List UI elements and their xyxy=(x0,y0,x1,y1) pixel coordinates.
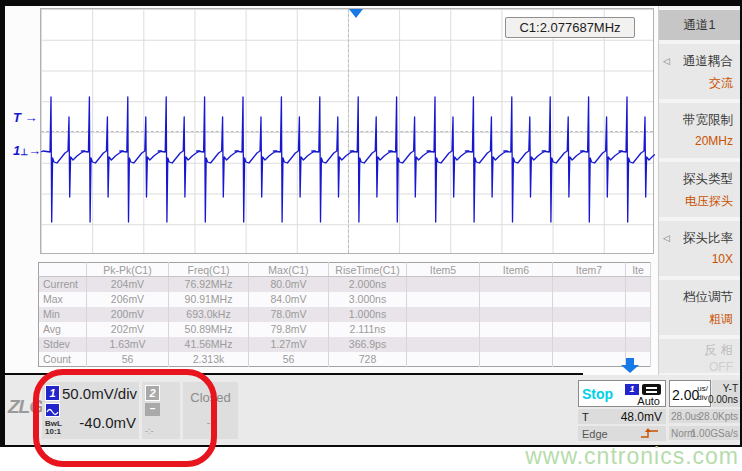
acquire-window-row: 28.0us 28.0Kpts xyxy=(669,409,740,423)
waveform-display: T → 1⊥→ C1:2.077687MHz Pk-Pk(C1) Freq(C1… xyxy=(5,6,658,375)
table-cell xyxy=(407,277,480,292)
timebase-scale-box: 2.00 us/ div xyxy=(669,380,711,407)
table-cell xyxy=(626,292,651,307)
row-label: Max xyxy=(39,292,87,307)
table-cell xyxy=(553,322,626,337)
timebase-value: 2.00 xyxy=(672,387,699,403)
trigger-block[interactable]: Stop 1 Auto T 48.0mV Edge xyxy=(578,380,666,442)
watermark: www.cntronics.com xyxy=(525,443,739,470)
table-cell xyxy=(480,292,553,307)
timebase-block[interactable]: 2.00 us/ div Y-T 0.00ns 28.0us 28.0Kpts … xyxy=(669,380,740,442)
table-cell xyxy=(480,337,553,352)
menu-sidebar: 通道1 ◁ 通道耦合 交流 带宽限制 20MHz 探头类型 电压探头 ◁ 探头比… xyxy=(658,6,740,375)
annotation-ellipse xyxy=(33,369,217,467)
trigger-sweep-icon xyxy=(642,384,661,395)
menu-item-value: 电压探头 xyxy=(659,193,740,210)
table-header-row: Pk-Pk(C1) Freq(C1) Max(C1) RiseTime(C1) … xyxy=(39,263,651,277)
menu-item-value: 10X xyxy=(659,252,740,266)
measurement-table: Pk-Pk(C1) Freq(C1) Max(C1) RiseTime(C1) … xyxy=(38,262,651,367)
menu-item-label: 探头比率 xyxy=(659,221,740,247)
scroll-arrow-head xyxy=(621,365,639,373)
col-header: Item6 xyxy=(480,263,553,277)
menu-item-label: 带宽限制 xyxy=(659,103,740,129)
trigger-t-label: T xyxy=(582,411,589,423)
table-cell: 2.000ns xyxy=(329,277,407,292)
trigger-state-box: Stop 1 Auto xyxy=(578,380,666,407)
menu-item-probe-ratio[interactable]: ◁ 探头比率 10X xyxy=(659,221,740,276)
table-cell xyxy=(553,277,626,292)
menu-item-gear-adjust[interactable]: 档位调节 粗调 xyxy=(659,280,740,335)
table-row: Count 56 2.313k 56 728 xyxy=(39,352,651,367)
col-header: RiseTime(C1) xyxy=(329,263,407,277)
trigger-delay: 0.00ns xyxy=(708,394,738,405)
display-mode-box: Y-T 0.00ns xyxy=(712,380,740,407)
menu-item-coupling[interactable]: ◁ 通道耦合 交流 xyxy=(659,44,740,99)
scroll-down-icon[interactable] xyxy=(621,357,639,373)
table-cell: 1.000ns xyxy=(329,307,407,322)
acquire-mode-row: Norm 1.00GSa/s xyxy=(669,426,740,440)
menu-item-label: 通道耦合 xyxy=(659,44,740,70)
table-row: Stdev 1.63mV 41.56MHz 1.27mV 366.9ps xyxy=(39,337,651,352)
table-cell: 200mV xyxy=(87,307,169,322)
table-cell: 84.0mV xyxy=(249,292,329,307)
menu-item-label: 反 相 xyxy=(659,339,740,359)
ground-symbol-icon: ⊥ xyxy=(20,147,28,157)
trigger-marker-arrow-icon: → xyxy=(25,110,38,125)
table-cell xyxy=(626,277,651,292)
menu-item-probe-type[interactable]: 探头类型 电压探头 xyxy=(659,162,740,217)
timebase-unit: us/ div xyxy=(697,384,708,402)
table-cell: 3.000ns xyxy=(329,292,407,307)
table-cell xyxy=(553,337,626,352)
table-cell: 56 xyxy=(249,352,329,367)
channel-marker-arrow-icon: → xyxy=(28,143,41,158)
table-cell: 204mV xyxy=(87,277,169,292)
table-cell xyxy=(553,352,626,367)
table-cell: 76.92MHz xyxy=(169,277,249,292)
table-cell: 728 xyxy=(329,352,407,367)
table-cell: 78.0mV xyxy=(249,307,329,322)
table-row: Min 200mV 693.0kHz 78.0mV 1.000ns xyxy=(39,307,651,322)
row-label: Min xyxy=(39,307,87,322)
trigger-mode: Auto xyxy=(637,395,660,407)
menu-item-bandwidth[interactable]: 带宽限制 20MHz xyxy=(659,103,740,158)
channel1-ground-marker[interactable]: 1⊥→ xyxy=(13,143,41,158)
table-cell xyxy=(626,322,651,337)
trigger-level-value: 48.0mV xyxy=(621,410,662,424)
table-cell: 41.56MHz xyxy=(169,337,249,352)
table-cell xyxy=(407,337,480,352)
row-label: Stdev xyxy=(39,337,87,352)
chevron-left-icon: ◁ xyxy=(663,56,670,66)
menu-item-label: 档位调节 xyxy=(659,280,740,306)
table-row: Current 204mV 76.92MHz 80.0mV 2.000ns xyxy=(39,277,651,292)
col-header: Ite xyxy=(626,263,651,277)
table-row: Avg 202mV 50.89MHz 79.8mV 2.111ns xyxy=(39,322,651,337)
table-cell: 2.111ns xyxy=(329,322,407,337)
trigger-position-marker-icon[interactable] xyxy=(349,9,363,18)
window-span: 28.0us xyxy=(671,411,701,422)
menu-item-invert: 反 相 OFF xyxy=(659,339,740,373)
rising-edge-icon xyxy=(640,428,660,439)
sample-rate: 1.00GSa/s xyxy=(691,428,738,439)
menu-title: 通道1 xyxy=(659,10,740,40)
table-cell: 90.91MHz xyxy=(169,292,249,307)
table-cell xyxy=(407,292,480,307)
menu-item-value: OFF xyxy=(659,360,740,374)
table-cell: 56 xyxy=(87,352,169,367)
table-cell: 366.9ps xyxy=(329,337,407,352)
display-mode: Y-T xyxy=(723,383,738,394)
run-state: Stop xyxy=(582,386,613,402)
table-cell xyxy=(626,307,651,322)
table-cell: 1.27mV xyxy=(249,337,329,352)
table-cell xyxy=(626,337,651,352)
col-header: Item5 xyxy=(407,263,480,277)
col-header: Item7 xyxy=(553,263,626,277)
frequency-counter: C1:2.077687MHz xyxy=(505,17,635,38)
col-header: Max(C1) xyxy=(249,263,329,277)
waveform xyxy=(41,9,655,255)
table-row: Max 206mV 90.91MHz 84.0mV 3.000ns xyxy=(39,292,651,307)
trigger-level-marker[interactable]: T → xyxy=(13,110,38,125)
table-cell xyxy=(480,277,553,292)
trigger-marker-label: T xyxy=(13,110,21,125)
col-header xyxy=(39,263,87,277)
col-header: Freq(C1) xyxy=(169,263,249,277)
